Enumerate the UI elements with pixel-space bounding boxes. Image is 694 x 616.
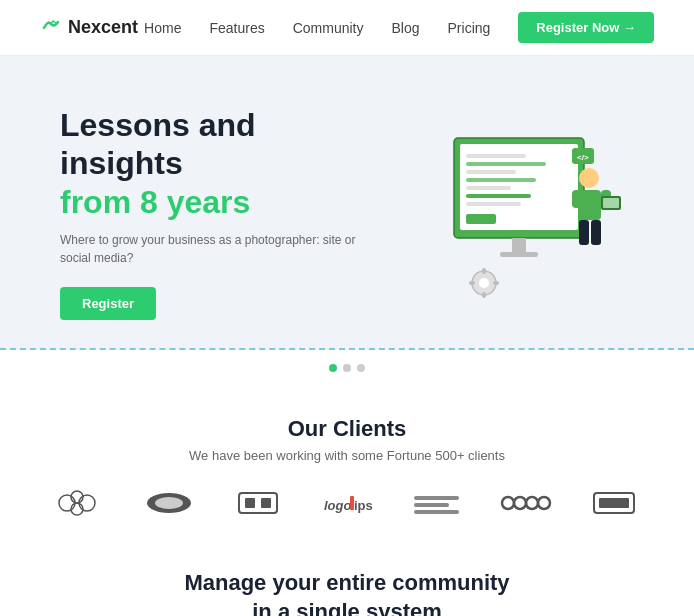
svg-rect-2 [466,154,526,158]
hero-subtitle: Where to grow your business as a photogr… [60,231,380,267]
svg-rect-4 [466,170,516,174]
svg-rect-41 [414,503,449,507]
clients-subtitle: We have been working with some Fortune 5… [40,448,654,463]
dot-1[interactable] [329,364,337,372]
nav-features[interactable]: Features [209,20,264,36]
client-logo-1 [50,487,110,519]
clients-section: Our Clients We have been working with so… [0,386,694,539]
hero-title-accent: from 8 years [60,184,250,220]
clients-logos-row: logo ips [40,487,654,519]
svg-rect-18 [572,190,582,208]
svg-rect-15 [579,190,601,220]
svg-rect-3 [466,162,546,166]
hero-content: Lessons and insights from 8 years Where … [60,106,380,320]
svg-rect-35 [245,498,255,508]
svg-rect-17 [591,220,601,245]
logo-text: Nexcent [68,17,138,38]
svg-rect-34 [239,493,277,513]
client-logo-2 [139,487,199,519]
svg-rect-21 [603,198,619,208]
svg-rect-25 [482,292,486,298]
svg-rect-24 [482,268,486,274]
nav-links: Home Features Community Blog Pricing Reg… [144,12,654,43]
svg-point-44 [514,497,526,509]
svg-text:logo: logo [324,498,351,513]
svg-point-28 [59,495,75,511]
register-now-button[interactable]: Register Now → [518,12,654,43]
client-logo-4: logo ips [317,487,377,519]
dot-3[interactable] [357,364,365,372]
client-logo-3 [228,487,288,519]
svg-rect-9 [466,214,496,224]
svg-rect-36 [261,498,271,508]
carousel-dots [0,350,694,386]
logo-icon [40,14,62,41]
svg-rect-10 [512,238,526,254]
hero-illustration: </> [424,118,634,308]
community-title: Manage your entire community in a single… [40,569,654,616]
svg-point-23 [479,278,489,288]
logo: Nexcent [40,14,138,41]
hero-dashed-line [0,348,694,350]
dot-2[interactable] [343,364,351,372]
svg-rect-26 [469,281,475,285]
client-logo-5 [406,487,466,519]
svg-rect-7 [466,194,531,198]
svg-point-14 [579,168,599,188]
hero-title: Lessons and insights from 8 years [60,106,380,221]
svg-point-43 [502,497,514,509]
client-logo-7 [584,487,644,519]
hero-register-button[interactable]: Register [60,287,156,320]
svg-rect-16 [579,220,589,245]
nav-home[interactable]: Home [144,20,181,36]
svg-rect-42 [414,510,459,514]
svg-rect-8 [466,202,521,206]
svg-rect-27 [493,281,499,285]
svg-point-45 [526,497,538,509]
svg-point-33 [155,497,183,509]
svg-rect-6 [466,186,511,190]
svg-rect-11 [500,252,538,257]
svg-rect-40 [414,496,459,500]
hero-section: Lessons and insights from 8 years Where … [0,56,694,350]
community-section: Manage your entire community in a single… [0,539,694,616]
navbar: Nexcent Home Features Community Blog Pri… [0,0,694,56]
svg-rect-48 [599,498,629,508]
nav-community[interactable]: Community [293,20,364,36]
svg-text:</>: </> [577,153,589,162]
client-logo-6 [495,487,555,519]
nav-blog[interactable]: Blog [391,20,419,36]
clients-title: Our Clients [40,416,654,442]
svg-point-46 [538,497,550,509]
svg-text:ips: ips [354,498,373,513]
svg-rect-5 [466,178,536,182]
nav-pricing[interactable]: Pricing [448,20,491,36]
svg-point-30 [79,495,95,511]
